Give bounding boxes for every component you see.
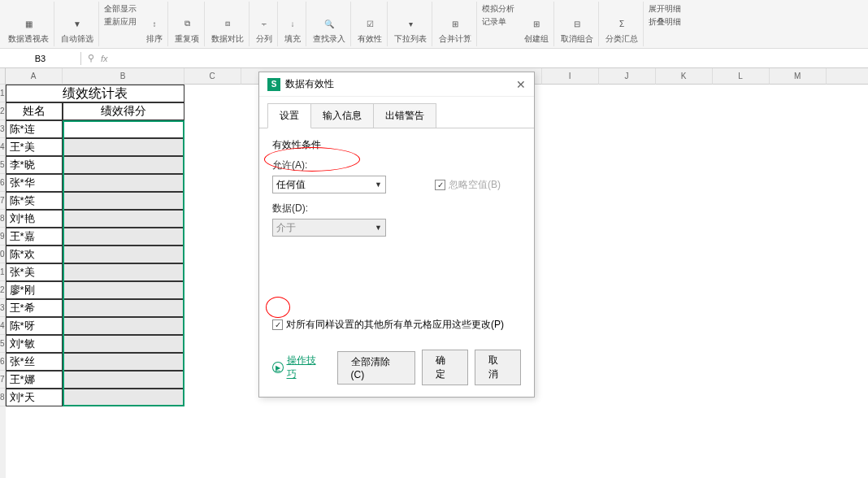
checkbox-icon [272, 319, 283, 330]
section-label: 有效性条件 [272, 138, 521, 152]
close-icon[interactable]: ✕ [516, 78, 526, 91]
table-cell[interactable]: 刘*艳 [6, 210, 63, 228]
checkbox-icon [435, 180, 445, 190]
allow-label: 允许(A): [272, 159, 521, 172]
table-cell[interactable] [63, 228, 184, 246]
name-box[interactable]: B3 [0, 52, 81, 65]
ribbon-lookup[interactable]: 🔍查找录入 [308, 2, 351, 46]
watermark: 侠 xiayx.com 游戏 [783, 424, 860, 470]
table-cell[interactable] [63, 353, 184, 371]
table-cell[interactable] [63, 174, 184, 192]
app-icon: S [267, 78, 280, 91]
table-cell[interactable] [63, 210, 184, 228]
fx-label[interactable]: fx [101, 54, 108, 63]
col-header[interactable]: L [713, 68, 770, 85]
ribbon-whatif-record[interactable]: 模拟分析 记录单 [479, 2, 518, 46]
table-cell[interactable] [63, 335, 184, 353]
table-cell[interactable] [63, 246, 184, 263]
table-cell[interactable]: 王*希 [6, 299, 63, 317]
chevron-down-icon: ▼ [375, 180, 382, 189]
col-header[interactable] [827, 68, 868, 85]
table-cell[interactable] [63, 263, 184, 281]
tips-link[interactable]: ▶ 操作技巧 [272, 354, 324, 381]
table-cell[interactable]: 张*丝 [6, 353, 63, 371]
clear-all-button[interactable]: 全部清除(C) [337, 351, 415, 385]
dialog-footer: ▶ 操作技巧 全部清除(C) 确定 取消 [259, 341, 534, 397]
ribbon-split[interactable]: ⫟分列 [251, 2, 278, 46]
header-score[interactable]: 绩效得分 [63, 102, 184, 120]
table-cell[interactable]: 廖*刚 [6, 281, 63, 299]
dialog-title-text: 数据有效性 [285, 77, 334, 91]
tab-settings[interactable]: 设置 [267, 103, 311, 128]
col-header[interactable]: A [6, 68, 63, 85]
table-cell[interactable] [63, 192, 184, 210]
table-cell[interactable]: 陈*笑 [6, 192, 63, 210]
table-cell[interactable]: 陈*连 [6, 120, 63, 138]
ribbon-show-reapply[interactable]: 全部显示 重新应用 [101, 2, 140, 46]
ribbon-sort[interactable]: ↕排序 [141, 2, 168, 46]
tab-input-message[interactable]: 输入信息 [310, 103, 374, 128]
play-icon: ▶ [272, 362, 284, 373]
table-cell[interactable] [63, 389, 184, 406]
table-cell[interactable]: 刘*天 [6, 389, 63, 406]
col-header[interactable]: K [656, 68, 713, 85]
ribbon-pivot[interactable]: ▦数据透视表 [3, 2, 54, 46]
apply-all-checkbox[interactable]: 对所有同样设置的其他所有单元格应用这些更改(P) [272, 318, 521, 332]
ribbon-compare[interactable]: ⧈数据对比 [206, 2, 250, 46]
dialog-body: 有效性条件 允许(A): 任何值 ▼ 忽略空值(B) 数据(D): 介于 ▼ 对… [259, 128, 534, 341]
table-cell[interactable]: 刘*敏 [6, 335, 63, 353]
allow-select[interactable]: 任何值 ▼ [272, 176, 386, 193]
ribbon-expand-collapse[interactable]: 展开明细 折叠明细 [645, 2, 684, 46]
formula-bar: B3 ⚲ fx [0, 49, 868, 68]
cancel-button[interactable]: 取消 [475, 350, 521, 385]
table-cell[interactable] [63, 299, 184, 317]
table-cell[interactable]: 张*华 [6, 174, 63, 192]
table-cell[interactable]: 王*美 [6, 138, 63, 156]
ribbon-dropdown[interactable]: ▾下拉列表 [389, 2, 432, 46]
data-select: 介于 ▼ [272, 219, 386, 237]
table-cell[interactable]: 王*嘉 [6, 228, 63, 246]
col-header[interactable]: C [184, 68, 241, 85]
ok-button[interactable]: 确定 [422, 350, 468, 385]
table-cell[interactable] [63, 156, 184, 174]
ribbon-ungroup[interactable]: ⊟取消组合 [556, 2, 599, 46]
table-cell[interactable]: 张*美 [6, 263, 63, 281]
table-cell[interactable]: 陈*呀 [6, 317, 63, 335]
chevron-down-icon: ▼ [375, 224, 382, 232]
ribbon: ▦数据透视表 ▼自动筛选 全部显示 重新应用 ↕排序 ⧉重复项 ⧈数据对比 ⫟分… [0, 0, 868, 49]
table-cell[interactable] [63, 371, 184, 389]
table-title[interactable]: 绩效统计表 [6, 85, 184, 102]
col-header[interactable]: I [542, 68, 599, 85]
col-header[interactable]: M [770, 68, 827, 85]
header-name[interactable]: 姓名 [6, 102, 63, 120]
col-header[interactable]: B [63, 68, 184, 85]
data-label: 数据(D): [272, 202, 521, 215]
table-cell[interactable]: 李*晓 [6, 156, 63, 174]
col-header[interactable]: J [599, 68, 656, 85]
search-icon[interactable]: ⚲ [88, 53, 94, 63]
ignore-blank-checkbox: 忽略空值(B) [435, 178, 501, 192]
table-cell[interactable] [63, 138, 184, 156]
dialog-tabs: 设置 输入信息 出错警告 [259, 97, 534, 128]
ribbon-fill[interactable]: ↓填充 [280, 2, 306, 46]
table-cell[interactable] [63, 120, 184, 138]
ribbon-consolidate[interactable]: ⊞合并计算 [434, 2, 477, 46]
dialog-titlebar[interactable]: S 数据有效性 ✕ [259, 72, 534, 97]
ribbon-validation[interactable]: ☑有效性 [353, 2, 388, 46]
ribbon-autofilter[interactable]: ▼自动筛选 [56, 2, 99, 46]
table-cell[interactable]: 王*娜 [6, 371, 63, 389]
table-cell[interactable] [63, 281, 184, 299]
ribbon-group[interactable]: ⊞创建组 [519, 2, 554, 46]
data-validation-dialog: S 数据有效性 ✕ 设置 输入信息 出错警告 有效性条件 允许(A): 任何值 … [258, 72, 535, 398]
ribbon-duplicates[interactable]: ⧉重复项 [170, 2, 205, 46]
table-cell[interactable]: 陈*欢 [6, 246, 63, 263]
table-cell[interactable] [63, 317, 184, 335]
tab-error-alert[interactable]: 出错警告 [373, 103, 436, 128]
ribbon-subtotal[interactable]: Σ分类汇总 [601, 2, 644, 46]
